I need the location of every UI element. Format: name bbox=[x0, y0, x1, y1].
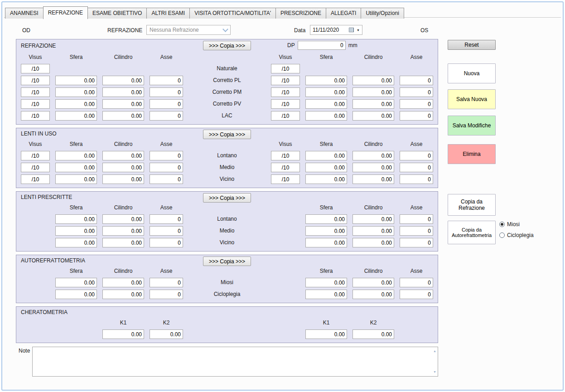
lenti-uso-medio-os-asse[interactable] bbox=[400, 163, 433, 172]
dp-input[interactable] bbox=[298, 41, 346, 50]
data-field[interactable]: 11/11/2020 ▼ bbox=[310, 25, 362, 35]
refrazione-corretto-pl-os-asse[interactable] bbox=[400, 76, 433, 85]
cheratometria-os-k1[interactable] bbox=[305, 329, 347, 339]
lenti-uso-medio-od-cilindro[interactable] bbox=[102, 163, 144, 172]
refrazione-corretto-pv-od-visus[interactable] bbox=[21, 99, 50, 109]
salva-modifiche-button[interactable]: Salva Modifiche bbox=[448, 116, 496, 136]
lenti-prescritte-vicino-os-cilindro[interactable] bbox=[353, 238, 394, 247]
scroll-up-icon[interactable]: ▲ bbox=[433, 349, 436, 353]
autoref-miosi-od-asse[interactable] bbox=[150, 278, 183, 287]
copia-da-autorefrattometria-button[interactable]: Copia da Autorefrattometria bbox=[448, 221, 496, 244]
tab-anamnesi[interactable]: ANAMNESI bbox=[5, 8, 43, 19]
refrazione-corretto-pm-od-visus[interactable] bbox=[21, 87, 50, 97]
lenti-prescritte-lontano-os-sfera[interactable] bbox=[305, 214, 347, 224]
autoref-cicloplegia-od-asse[interactable] bbox=[150, 290, 183, 299]
lenti-prescritte-lontano-od-asse[interactable] bbox=[150, 214, 183, 224]
lenti-prescritte-medio-od-cilindro[interactable] bbox=[102, 226, 144, 236]
refrazione-corretto-pv-os-visus[interactable] bbox=[271, 99, 300, 109]
refrazione-corretto-pm-os-asse[interactable] bbox=[400, 87, 433, 97]
lenti-uso-vicino-od-asse[interactable] bbox=[150, 174, 183, 184]
tab-altri-esami[interactable]: ALTRI ESAMI bbox=[146, 8, 190, 19]
lenti-uso-lontano-os-visus[interactable] bbox=[271, 151, 300, 160]
autoref-miosi-od-sfera[interactable] bbox=[55, 278, 97, 287]
refrazione-corretto-pv-od-cilindro[interactable] bbox=[102, 99, 144, 109]
refrazione-corretto-pv-od-sfera[interactable] bbox=[55, 99, 97, 109]
autoref-miosi-od-cilindro[interactable] bbox=[102, 278, 144, 287]
autoref-cicloplegia-os-cilindro[interactable] bbox=[353, 290, 394, 299]
tab-utility-opzioni[interactable]: Utility/Opzioni bbox=[361, 8, 404, 19]
refrazione-corretto-pm-od-asse[interactable] bbox=[150, 87, 183, 97]
tab-visita-ortottica[interactable]: VISITA ORTOTTICA/MOTILITA' bbox=[189, 8, 276, 19]
refrazione-lac-od-cilindro[interactable] bbox=[102, 111, 144, 121]
refrazione-corretto-pv-os-sfera[interactable] bbox=[305, 99, 347, 109]
lenti-prescritte-medio-od-asse[interactable] bbox=[150, 226, 183, 236]
lenti-uso-vicino-od-sfera[interactable] bbox=[55, 174, 97, 184]
lenti-prescritte-lontano-os-asse[interactable] bbox=[400, 214, 433, 224]
refrazione-naturale-od-visus[interactable] bbox=[21, 64, 50, 73]
autoref-miosi-os-sfera[interactable] bbox=[305, 278, 347, 287]
refrazione-lac-od-asse[interactable] bbox=[150, 111, 183, 121]
refrazione-corretto-pv-os-cilindro[interactable] bbox=[353, 99, 394, 109]
refrazione-corretto-pl-os-cilindro[interactable] bbox=[353, 76, 394, 85]
autoref-cicloplegia-os-asse[interactable] bbox=[400, 290, 433, 299]
copia-da-refrazione-button[interactable]: Copia da Refrazione bbox=[448, 194, 496, 216]
lenti-uso-vicino-os-cilindro[interactable] bbox=[353, 174, 394, 184]
refrazione-lac-os-visus[interactable] bbox=[271, 111, 300, 121]
lenti-prescritte-lontano-od-sfera[interactable] bbox=[55, 214, 97, 224]
salva-nuova-button[interactable]: Salva Nuova bbox=[448, 89, 496, 109]
radio-miosi[interactable]: Miosi bbox=[499, 221, 534, 227]
reset-button[interactable]: Reset bbox=[448, 40, 496, 50]
autoref-miosi-os-cilindro[interactable] bbox=[353, 278, 394, 287]
autoref-miosi-os-asse[interactable] bbox=[400, 278, 433, 287]
refrazione-corretto-pm-os-cilindro[interactable] bbox=[353, 87, 394, 97]
refrazione-lac-os-cilindro[interactable] bbox=[353, 111, 394, 121]
lenti-uso-lontano-od-sfera[interactable] bbox=[55, 151, 97, 160]
refrazione-corretto-pl-od-sfera[interactable] bbox=[55, 76, 97, 85]
refrazione-corretto-pm-os-visus[interactable] bbox=[271, 87, 300, 97]
note-input[interactable] bbox=[32, 347, 438, 377]
lenti-prescritte-lontano-od-cilindro[interactable] bbox=[102, 214, 144, 224]
lenti-uso-medio-os-cilindro[interactable] bbox=[353, 163, 394, 172]
lenti-prescritte-vicino-od-sfera[interactable] bbox=[55, 238, 97, 247]
lenti-prescritte-medio-os-cilindro[interactable] bbox=[353, 226, 394, 236]
copia-refrazione-button[interactable]: >>> Copia >>> bbox=[203, 41, 251, 50]
refrazione-select[interactable]: Nessuna Refrazione bbox=[146, 25, 231, 35]
refrazione-corretto-pv-od-asse[interactable] bbox=[150, 99, 183, 109]
cheratometria-od-k2[interactable] bbox=[150, 329, 183, 339]
lenti-prescritte-medio-os-asse[interactable] bbox=[400, 226, 433, 236]
cheratometria-od-k1[interactable] bbox=[102, 329, 144, 339]
tab-refrazione[interactable]: REFRAZIONE bbox=[43, 6, 88, 19]
refrazione-corretto-pl-os-visus[interactable] bbox=[271, 76, 300, 85]
lenti-uso-medio-od-sfera[interactable] bbox=[55, 163, 97, 172]
lenti-uso-medio-os-sfera[interactable] bbox=[305, 163, 347, 172]
scroll-down-icon[interactable]: ▼ bbox=[433, 370, 436, 373]
lenti-uso-lontano-os-asse[interactable] bbox=[400, 151, 433, 160]
lenti-uso-vicino-od-visus[interactable] bbox=[21, 174, 50, 184]
refrazione-corretto-pm-od-sfera[interactable] bbox=[55, 87, 97, 97]
lenti-uso-lontano-os-cilindro[interactable] bbox=[353, 151, 394, 160]
tab-allegati[interactable]: ALLEGATI bbox=[326, 8, 361, 19]
tab-prescrizione[interactable]: PRESCRIZIONE bbox=[275, 8, 326, 19]
refrazione-naturale-os-visus[interactable] bbox=[271, 64, 300, 73]
refrazione-lac-os-sfera[interactable] bbox=[305, 111, 347, 121]
lenti-prescritte-vicino-os-sfera[interactable] bbox=[305, 238, 347, 247]
lenti-prescritte-vicino-od-cilindro[interactable] bbox=[102, 238, 144, 247]
lenti-uso-medio-od-visus[interactable] bbox=[21, 163, 50, 172]
copia-autorefrattometria-button[interactable]: >>> Copia >>> bbox=[203, 256, 251, 266]
lenti-prescritte-vicino-os-asse[interactable] bbox=[400, 238, 433, 247]
elimina-button[interactable]: Elimina bbox=[448, 144, 496, 164]
lenti-uso-medio-od-asse[interactable] bbox=[150, 163, 183, 172]
lenti-uso-lontano-od-asse[interactable] bbox=[150, 151, 183, 160]
autoref-cicloplegia-os-sfera[interactable] bbox=[305, 290, 347, 299]
copia-lenti-in-uso-button[interactable]: >>> Copia >>> bbox=[203, 130, 251, 139]
radio-cicloplegia[interactable]: Cicloplegia bbox=[499, 232, 534, 238]
lenti-uso-lontano-od-visus[interactable] bbox=[21, 151, 50, 160]
refrazione-corretto-pl-od-visus[interactable] bbox=[21, 76, 50, 85]
refrazione-lac-od-sfera[interactable] bbox=[55, 111, 97, 121]
lenti-uso-lontano-os-sfera[interactable] bbox=[305, 151, 347, 160]
autoref-cicloplegia-od-cilindro[interactable] bbox=[102, 290, 144, 299]
lenti-prescritte-vicino-od-asse[interactable] bbox=[150, 238, 183, 247]
refrazione-corretto-pl-od-asse[interactable] bbox=[150, 76, 183, 85]
refrazione-corretto-pl-os-sfera[interactable] bbox=[305, 76, 347, 85]
cheratometria-os-k2[interactable] bbox=[353, 329, 394, 339]
